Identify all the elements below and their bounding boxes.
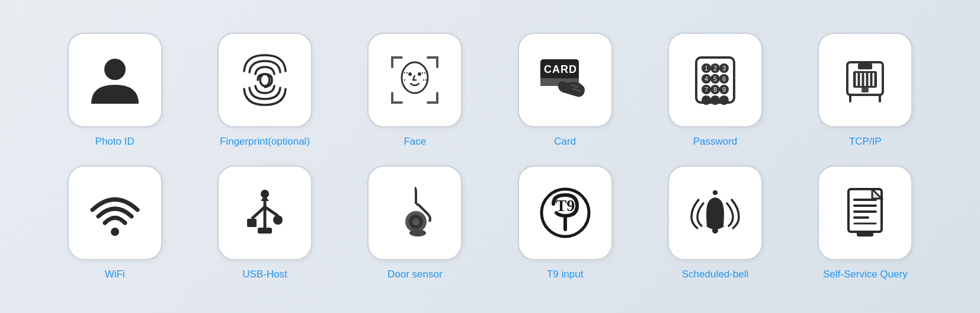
svg-text:6: 6: [722, 75, 726, 82]
feature-t9: T9 T9 input: [502, 165, 628, 280]
wifi-icon: [85, 183, 145, 242]
feature-photo-id: Photo ID: [52, 33, 178, 148]
svg-rect-68: [857, 231, 873, 237]
feature-password: 1 2 3 4 5 6 7 8 9: [652, 33, 778, 148]
t9-label: T9 input: [547, 269, 583, 280]
svg-text:1: 1: [704, 65, 708, 72]
svg-point-3: [408, 72, 412, 76]
feature-usb: USB-Host: [201, 165, 328, 280]
svg-point-0: [104, 59, 126, 80]
tcpip-icon: [835, 50, 895, 110]
face-box: [367, 33, 462, 127]
feature-fingerprint: Fingerprint(optional): [201, 33, 328, 148]
svg-rect-52: [258, 228, 272, 234]
door-sensor-icon: [385, 183, 444, 242]
tcpip-box: [818, 33, 912, 127]
svg-line-48: [265, 207, 278, 216]
password-icon: 1 2 3 4 5 6 7 8 9: [686, 50, 745, 110]
svg-text:T9: T9: [555, 196, 575, 215]
svg-rect-50: [247, 219, 257, 227]
feature-tcpip: TCP/IP: [802, 33, 928, 148]
feature-bell: Scheduled-bell: [652, 165, 778, 280]
svg-point-51: [273, 215, 283, 225]
usb-icon: [235, 183, 294, 242]
door-sensor-label: Door sensor: [387, 269, 443, 280]
svg-text:9: 9: [722, 86, 726, 93]
svg-text:8: 8: [713, 86, 717, 93]
t9-icon: T9: [536, 183, 595, 242]
svg-text:3: 3: [722, 65, 726, 72]
feature-card: CARD Card: [502, 33, 628, 148]
door-sensor-box: [367, 165, 462, 260]
usb-box: [217, 165, 312, 260]
svg-point-61: [712, 228, 718, 234]
svg-line-47: [252, 207, 265, 219]
card-icon: CARD: [536, 50, 595, 110]
svg-point-2: [402, 62, 428, 93]
feature-query: Self-Service Query: [802, 165, 928, 280]
feature-wifi: WiFi: [52, 165, 178, 280]
features-grid: Photo ID: [16, 15, 964, 298]
tcpip-label: TCP/IP: [849, 136, 882, 148]
query-label: Self-Service Query: [823, 269, 908, 280]
feature-door-sensor: Door sensor: [352, 165, 478, 280]
wifi-label: WiFi: [105, 269, 125, 280]
t9-box: T9: [518, 165, 613, 260]
photo-id-box: [68, 33, 162, 127]
svg-point-55: [412, 218, 419, 225]
fingerprint-label: Fingerprint(optional): [220, 136, 310, 148]
svg-rect-41: [858, 63, 872, 69]
svg-point-33: [719, 95, 729, 105]
svg-rect-42: [861, 88, 869, 92]
query-box: [818, 165, 912, 260]
wifi-box: [68, 165, 162, 260]
svg-text:7: 7: [704, 86, 708, 93]
svg-point-31: [702, 95, 711, 105]
svg-text:5: 5: [713, 75, 717, 82]
svg-text:4: 4: [704, 75, 708, 82]
svg-text:CARD: CARD: [544, 63, 577, 75]
photo-id-label: Photo ID: [95, 136, 134, 148]
feature-face: Face: [352, 33, 478, 148]
svg-point-45: [111, 228, 119, 236]
card-label: Card: [554, 136, 576, 148]
svg-point-1: [260, 74, 270, 86]
query-icon: [835, 183, 895, 242]
svg-text:2: 2: [713, 65, 717, 72]
svg-point-4: [418, 72, 421, 76]
usb-label: USB-Host: [242, 269, 287, 280]
bell-label: Scheduled-bell: [682, 269, 748, 280]
photo-id-icon: [85, 50, 145, 110]
fingerprint-icon: [235, 50, 294, 110]
face-label: Face: [403, 136, 426, 148]
password-label: Password: [693, 136, 738, 148]
face-icon: [385, 50, 444, 110]
bell-icon: [686, 183, 745, 242]
svg-point-32: [710, 95, 720, 105]
password-box: 1 2 3 4 5 6 7 8 9: [668, 33, 763, 127]
svg-point-56: [409, 229, 426, 237]
card-box: CARD: [518, 33, 613, 127]
bell-box: [668, 165, 763, 260]
svg-point-60: [713, 190, 718, 195]
fingerprint-box: [217, 33, 312, 127]
